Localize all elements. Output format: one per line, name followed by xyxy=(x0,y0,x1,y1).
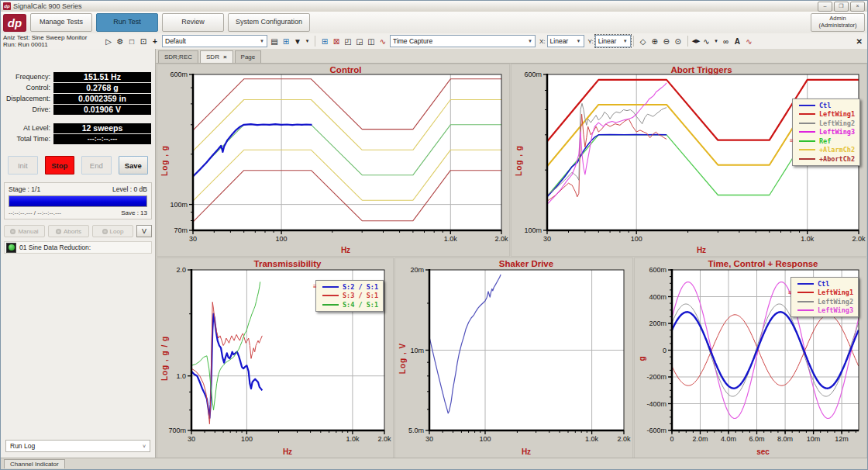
tab-manage-tests[interactable]: Manage Tests xyxy=(30,13,92,32)
x-scale-combo[interactable]: Linear▼ xyxy=(547,35,584,47)
init-button[interactable]: Init xyxy=(8,156,38,175)
legend-item[interactable]: LeftWing3 xyxy=(799,128,855,137)
app-icon: dp xyxy=(3,2,11,10)
legend-item[interactable]: ≡S:2 / S:1 xyxy=(322,282,378,292)
legend-item[interactable]: LeftWing2 xyxy=(799,119,855,128)
titlebar: dp SignalCalc 900 Series –❐× xyxy=(1,1,867,12)
legend-item[interactable]: +AlarmCh2 xyxy=(799,146,855,155)
legend-label: S:4 / S:1 xyxy=(343,301,378,309)
legend-swatch-icon xyxy=(799,131,815,133)
add-page-icon[interactable]: ⊞ xyxy=(281,36,291,47)
svg-text:100: 100 xyxy=(276,235,288,243)
open-folder-icon[interactable]: ▼ xyxy=(292,36,303,47)
svg-text:100: 100 xyxy=(631,235,642,243)
tab-run-test[interactable]: Run Test xyxy=(96,13,158,32)
svg-text:5.0m: 5.0m xyxy=(408,427,424,434)
document-tabs: SDR;REC SDR× Page xyxy=(156,49,867,64)
legend-item[interactable]: Ctl xyxy=(799,101,855,110)
zoom-out-icon[interactable]: ⊖ xyxy=(661,36,672,47)
close-tab-icon[interactable]: × xyxy=(223,54,227,60)
y-scale-combo[interactable]: Linear▼ xyxy=(595,35,631,47)
expand-v-button[interactable]: V xyxy=(136,225,152,237)
run-log-combo[interactable]: Run Log ˅ xyxy=(5,440,150,452)
time-control-response-legend[interactable]: Ctl≡LeftWing1LeftWing2LeftWing3 xyxy=(790,277,859,317)
stage-label: Stage : 1/1 xyxy=(9,185,40,193)
channel-indicator-tab[interactable]: Channel Indicator xyxy=(4,459,65,468)
task-list-item[interactable]: 01 Sine Data Reduction: xyxy=(4,241,152,254)
legend-item[interactable]: S:4 / S:1 xyxy=(322,300,378,309)
overlay-curve-icon[interactable]: ∿ xyxy=(377,36,388,47)
tab-sdr[interactable]: SDR× xyxy=(200,50,233,63)
pan-icon[interactable]: ◇ xyxy=(638,36,649,47)
test-info: Anlz Test: Sine Sweep Monitor Run: Run 0… xyxy=(1,34,102,48)
x-scale-label: X: xyxy=(539,38,546,45)
loop-led-icon xyxy=(102,229,108,234)
toolbar-group-run: ▷⚙□⊡+ xyxy=(103,36,160,47)
legend-swatch-icon xyxy=(799,113,815,115)
chevron-down-icon: ▼ xyxy=(525,39,532,43)
displacement-readout: Displacement: 0.0002359 in xyxy=(1,94,151,103)
legend-item[interactable]: ≡Ref xyxy=(799,137,855,146)
legend-item[interactable]: LeftWing1 xyxy=(799,110,855,119)
run-icon[interactable]: ▷ xyxy=(103,36,114,47)
add-window-icon[interactable]: ⊞ xyxy=(319,36,330,47)
legend-label: LeftWing3 xyxy=(818,306,853,314)
wave-icon[interactable]: ∿ xyxy=(701,36,711,47)
legend-item[interactable]: LeftWing3 xyxy=(797,306,853,316)
display-signal-combo[interactable]: Time Capture▼ xyxy=(390,35,536,47)
legend-item[interactable]: ≡LeftWing1 xyxy=(797,289,853,298)
transmissibility-legend[interactable]: ≡S:2 / S:1S:3 / S:1S:4 / S:1 xyxy=(315,280,384,312)
minimize-button[interactable]: – xyxy=(818,2,832,12)
save-button[interactable]: Save xyxy=(119,156,149,175)
legend-item[interactable]: Ctl xyxy=(797,279,853,289)
frequency-label: Frequency: xyxy=(1,73,53,81)
folder-dropdown-icon[interactable]: ▾ xyxy=(304,36,311,47)
at-level-readout: At Level: 12 sweeps xyxy=(1,123,151,133)
arrange-top-left-icon[interactable]: ◰ xyxy=(343,36,353,47)
control-plot[interactable]: 301001.0k2.0k600m100m70m xyxy=(157,64,509,256)
abort-triggers-legend[interactable]: CtlLeftWing1LeftWing2LeftWing3≡Ref+Alarm… xyxy=(792,98,860,166)
new-page-icon[interactable]: ▤ xyxy=(269,36,280,47)
manual-button[interactable]: Manual xyxy=(4,225,45,237)
close-pane-icon[interactable]: ✕ xyxy=(856,37,863,46)
cursor-arrows-icon[interactable]: ◀▶ xyxy=(692,36,701,47)
arrange-bottom-right-icon[interactable]: ◲ xyxy=(354,36,365,47)
svg-text:8.0m: 8.0m xyxy=(777,435,793,443)
admin-user-role: (Administrator) xyxy=(818,22,856,29)
legend-item[interactable]: LeftWing2 xyxy=(797,297,853,306)
close-button[interactable]: × xyxy=(850,2,865,12)
admin-user-button[interactable]: Admin (Administrator) xyxy=(811,13,865,32)
zoom-fit-icon[interactable]: ⊙ xyxy=(673,36,684,47)
preset-combo[interactable]: Default▼ xyxy=(162,35,267,47)
drive-readout: Drive: 0.01906 V xyxy=(1,105,151,114)
cascade-windows-icon[interactable]: ◫ xyxy=(366,36,377,47)
legend-item[interactable]: S:3 / S:1 xyxy=(322,292,378,301)
svg-text:70m: 70m xyxy=(174,226,188,234)
wave-dropdown-icon[interactable]: ▾ xyxy=(712,36,719,47)
control-readout: Control: 0.2768 g xyxy=(1,83,151,92)
tab-sdr-rec[interactable]: SDR;REC xyxy=(158,50,198,63)
restore-button[interactable]: ❐ xyxy=(834,2,849,12)
settings-gear-icon[interactable]: ⚙ xyxy=(115,36,126,47)
legend-item[interactable]: +AbortCh2 xyxy=(799,154,855,164)
stop-button[interactable]: Stop xyxy=(45,156,75,175)
tab-page[interactable]: Page xyxy=(235,50,262,63)
shaker-drive-plot[interactable]: 301001.0k2.0k20m10m5.0m xyxy=(395,258,632,458)
tab-review[interactable]: Review xyxy=(162,13,224,32)
loop-button[interactable]: Loop xyxy=(92,225,133,237)
aborts-button[interactable]: Aborts xyxy=(48,225,89,237)
toolbar-group-zoom: ◇⊕⊖⊙ xyxy=(638,36,684,47)
svg-text:12m: 12m xyxy=(835,435,849,443)
link-icon[interactable]: ∞ xyxy=(720,36,731,47)
window-m-icon[interactable]: ⊡ xyxy=(138,36,149,47)
window-icon[interactable]: □ xyxy=(126,36,137,47)
zoom-in-icon[interactable]: ⊕ xyxy=(649,36,660,47)
signal-wave-icon[interactable]: ∿ xyxy=(743,36,754,47)
svg-text:1.0: 1.0 xyxy=(176,372,186,380)
legend-label: Ref xyxy=(819,137,831,145)
delete-window-icon[interactable]: ⊠ xyxy=(331,36,342,47)
add-icon[interactable]: + xyxy=(150,36,160,47)
end-button[interactable]: End xyxy=(81,156,112,175)
text-annotation-icon[interactable]: A xyxy=(732,36,742,47)
tab-system-configuration[interactable]: System Configuration xyxy=(228,13,310,32)
